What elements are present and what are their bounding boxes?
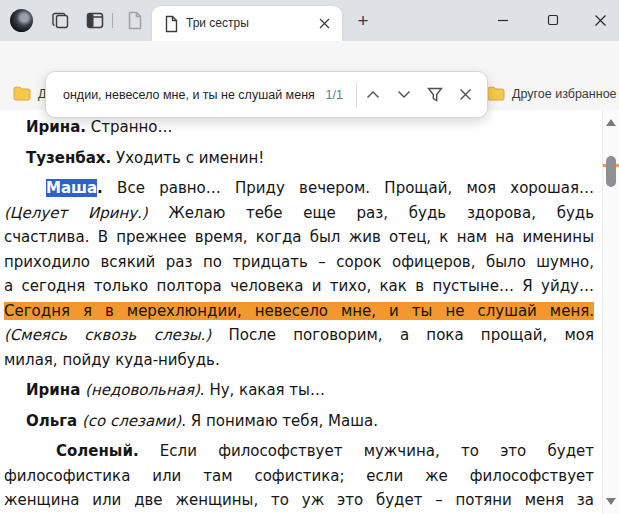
dialogue-text: приходило всякий раз по тридцать – сорок… [4, 253, 594, 271]
find-filter-button[interactable] [419, 79, 450, 110]
dialogue-text: милая, пойду куда-нибудь. [4, 351, 220, 369]
workspace-icon[interactable] [85, 11, 105, 30]
titlebar-divider [112, 13, 113, 28]
text-line: Тузенбах. Уходить с именин! [4, 146, 594, 171]
text-line: Ольга (со слезами). Я понимаю тебя, Маша… [4, 409, 594, 434]
paragraph: Ирина. Странно… [4, 115, 594, 140]
tab-close-icon[interactable] [316, 15, 333, 32]
find-in-page-bar: ондии, невесело мне, и ты не слушай меня… [45, 71, 488, 118]
text-line: женщина или две женщины, то уж это будет… [4, 488, 594, 513]
text-line: милая, пойду куда-нибудь. [4, 348, 594, 373]
stage-direction: (Целует Ирину.) [4, 204, 148, 222]
text-line: Сегодня я в мерехлюндии, невесело мне, и… [4, 299, 594, 324]
dialogue-text: После поговорим, а пока прощай, моя [211, 326, 594, 344]
stage-direction: (со слезами) [82, 412, 181, 430]
dialogue-text: Если философствует мужчина, то это будет [139, 442, 594, 460]
find-input[interactable]: ондии, невесело мне, и ты не слушай меня… [46, 88, 356, 102]
play-text: Ирина. Странно…Тузенбах. Уходить с имени… [4, 115, 594, 513]
paragraph: Ирина (недовольная). Ну, какая ты… [4, 378, 594, 403]
paragraph: Ольга (со слезами). Я понимаю тебя, Маша… [4, 409, 594, 434]
window-close-button[interactable] [580, 5, 619, 35]
selected-text: Маша [46, 179, 97, 197]
speaker-name: Тузенбах. [26, 149, 111, 167]
speaker-name: Соленый. [56, 442, 139, 460]
text-line: Ирина. Странно… [4, 115, 594, 140]
text-line: счастлива. В прежнее время, когда был жи… [4, 225, 594, 250]
page-content: Ирина. Странно…Тузенбах. Уходить с имени… [0, 110, 602, 514]
stage-direction: (Смеясь сквозь слезы.) [4, 326, 211, 344]
stage-direction: (недовольная) [85, 381, 200, 399]
ghost-tab-page-icon[interactable] [126, 10, 144, 31]
dialogue-text: Желаю тебе еще раз, будь здорова, будь [148, 204, 594, 222]
tab-title: Три сестры [186, 16, 249, 30]
scroll-down-arrow-icon[interactable] [606, 498, 616, 505]
speaker-name: Ольга [26, 412, 77, 430]
window-maximize-button[interactable] [533, 5, 573, 35]
bookmark-folder-label: Другое избранное [512, 87, 617, 101]
filter-funnel-icon [427, 87, 443, 102]
dialogue-text: Все равно… Приду вечером. Прощай, моя хо… [103, 179, 594, 197]
find-next-button[interactable] [388, 79, 419, 110]
find-match-count: 1/1 [318, 88, 356, 102]
text-line: (Смеясь сквозь слезы.) После поговорим, … [4, 323, 594, 348]
text-line: Ирина (недовольная). Ну, какая ты… [4, 378, 594, 403]
find-previous-button[interactable] [357, 79, 388, 110]
folder-icon [487, 86, 505, 101]
dialogue-text: женщина или две женщины, то уж это будет… [4, 491, 594, 509]
paragraph: Тузенбах. Уходить с именин! [4, 146, 594, 171]
text-line: приходило всякий раз по тридцать – сорок… [4, 250, 594, 275]
chevron-down-icon [397, 90, 411, 99]
window-minimize-button[interactable] [483, 5, 523, 35]
tab-stack-icon[interactable] [50, 11, 70, 30]
find-query-text: ондии, невесело мне, и ты не слушай меня [63, 88, 318, 102]
folder-icon [13, 86, 31, 101]
bookmark-folder-other-favorites[interactable]: Другое избранное [487, 83, 617, 104]
scrollbar-thumb[interactable] [606, 156, 616, 187]
dialogue-text: Странно… [86, 118, 172, 136]
title-bar: Три сестры + [0, 0, 619, 41]
search-highlight-text: Сегодня я в мерехлюндии, невесело мне, и… [4, 302, 594, 320]
text-line: (Целует Ирину.) Желаю тебе еще раз, будь… [4, 201, 594, 226]
dialogue-text: Уходить с именин! [111, 149, 264, 167]
text-line: а сегодня только полтора человека и тихо… [4, 274, 594, 299]
text-line: Соленый. Если философствует мужчина, то … [4, 439, 594, 464]
dialogue-text: а сегодня только полтора человека и тихо… [4, 277, 594, 295]
find-close-button[interactable] [450, 79, 481, 110]
close-icon [459, 88, 472, 101]
browser-logo-icon[interactable] [10, 9, 33, 32]
speaker-name: Ирина. [26, 118, 86, 136]
vertical-scrollbar[interactable] [602, 110, 619, 514]
dialogue-text: . Я понимаю тебя, Маша. [181, 412, 378, 430]
paragraph: Маша. Все равно… Приду вечером. Прощай, … [4, 176, 594, 372]
new-tab-button[interactable]: + [350, 8, 376, 34]
dialogue-text: философистика или там софистика; если же… [4, 467, 594, 485]
tab-tri-sestry[interactable]: Три сестры [152, 6, 342, 41]
speaker-name: Ирина [26, 381, 80, 399]
tab-favicon-page-icon [164, 15, 179, 33]
paragraph: Соленый. Если философствует мужчина, то … [4, 439, 594, 513]
scroll-up-arrow-icon[interactable] [606, 119, 616, 126]
dialogue-text: счастлива. В прежнее время, когда был жи… [4, 228, 594, 246]
chevron-up-icon [366, 90, 380, 99]
text-line: Маша. Все равно… Приду вечером. Прощай, … [4, 176, 594, 201]
text-line: философистика или там софистика; если же… [4, 464, 594, 489]
dialogue-text: . Ну, какая ты… [200, 381, 325, 399]
